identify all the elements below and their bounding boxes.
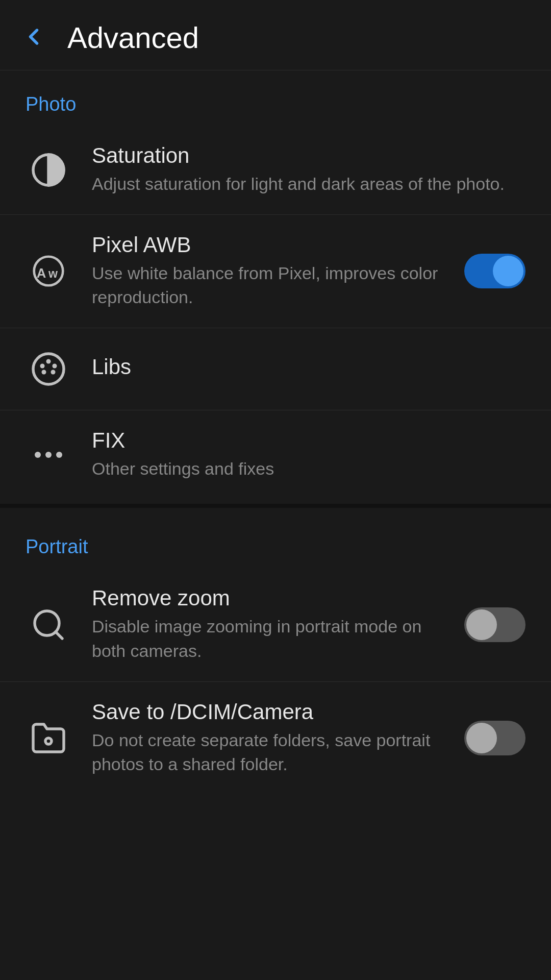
toggle-switch-save-dcim[interactable] [464, 721, 525, 755]
item-desc-save-dcim: Do not create separate folders, save por… [92, 728, 449, 777]
item-content-remove-zoom: Remove zoomDisable image zooming in port… [92, 586, 449, 663]
svg-point-12 [45, 452, 52, 458]
svg-point-13 [56, 452, 62, 458]
toggle-thumb-remove-zoom [466, 609, 497, 640]
settings-item-fix[interactable]: FIXOther settings and fixes [0, 410, 551, 499]
item-content-saturation: SaturationAdjust saturation for light an… [92, 143, 525, 197]
svg-point-9 [51, 370, 56, 374]
item-title-libs: Libs [92, 355, 525, 379]
toggle-save-dcim[interactable] [464, 721, 525, 755]
item-title-save-dcim: Save to /DCIM/Camera [92, 700, 449, 724]
item-title-pixel-awb: Pixel AWB [92, 233, 449, 257]
sections-container: Photo SaturationAdjust saturation for li… [0, 70, 551, 795]
toggle-pixel-awb[interactable] [464, 254, 525, 288]
header: Advanced [0, 0, 551, 70]
svg-point-6 [40, 363, 45, 368]
awb-icon: A w [26, 248, 71, 294]
settings-item-libs[interactable]: Libs [0, 328, 551, 410]
svg-text:A: A [37, 266, 46, 280]
item-desc-saturation: Adjust saturation for light and dark are… [92, 172, 525, 197]
folder-icon [26, 715, 71, 761]
settings-item-save-dcim[interactable]: Save to /DCIM/CameraDo not create separa… [0, 682, 551, 795]
toggle-switch-pixel-awb[interactable] [464, 254, 525, 288]
svg-point-10 [42, 370, 46, 374]
toggle-thumb-pixel-awb [493, 256, 523, 286]
page-title: Advanced [67, 20, 199, 55]
item-desc-pixel-awb: Use white balance from Pixel, improves c… [92, 261, 449, 310]
svg-point-5 [33, 354, 64, 384]
settings-item-pixel-awb[interactable]: A w Pixel AWBUse white balance from Pixe… [0, 215, 551, 328]
search-icon [26, 602, 71, 648]
toggle-thumb-save-dcim [466, 723, 497, 753]
section-header-portrait: Portrait [0, 513, 551, 568]
item-content-save-dcim: Save to /DCIM/CameraDo not create separa… [92, 700, 449, 777]
item-desc-fix: Other settings and fixes [92, 457, 525, 481]
section-divider [0, 504, 551, 508]
palette-icon [26, 346, 71, 392]
item-title-saturation: Saturation [92, 143, 525, 168]
svg-point-11 [35, 452, 41, 458]
settings-item-remove-zoom[interactable]: Remove zoomDisable image zooming in port… [0, 568, 551, 681]
svg-line-15 [56, 632, 62, 639]
toggle-switch-remove-zoom[interactable] [464, 607, 525, 642]
item-title-fix: FIX [92, 428, 525, 453]
saturation-icon [26, 147, 71, 193]
item-content-pixel-awb: Pixel AWBUse white balance from Pixel, i… [92, 233, 449, 310]
svg-text:w: w [48, 267, 58, 280]
item-content-fix: FIXOther settings and fixes [92, 428, 525, 481]
item-title-remove-zoom: Remove zoom [92, 586, 449, 610]
item-content-libs: Libs [92, 355, 525, 383]
settings-item-saturation[interactable]: SaturationAdjust saturation for light an… [0, 126, 551, 214]
section-header-photo: Photo [0, 70, 551, 126]
svg-point-16 [45, 738, 52, 744]
more-icon [26, 432, 71, 478]
svg-point-8 [53, 363, 57, 368]
toggle-remove-zoom[interactable] [464, 607, 525, 642]
back-button[interactable] [20, 23, 47, 52]
item-desc-remove-zoom: Disable image zooming in portrait mode o… [92, 615, 449, 663]
svg-point-7 [46, 359, 51, 363]
